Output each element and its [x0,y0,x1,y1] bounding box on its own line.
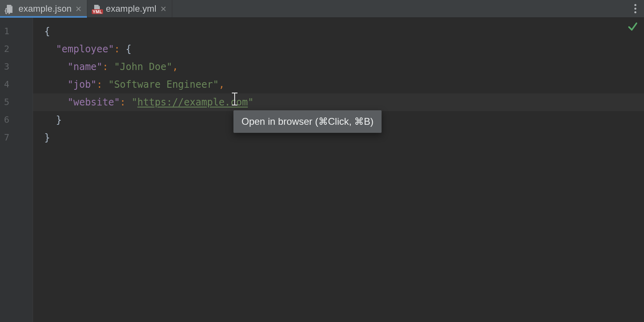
code-line: "employee": { [33,40,644,58]
more-menu-icon[interactable] [626,0,644,17]
tab-label: example.json [19,4,72,14]
json-file-icon: {} [5,4,14,14]
line-number: 6 [0,111,33,129]
tab-label: example.yml [106,4,157,14]
line-number: 4 [0,76,33,93]
code-line-active: "website": "https://example.com" [33,93,644,111]
tabbar-spacer [172,0,626,17]
close-icon[interactable] [76,6,81,12]
line-number: 5 [0,93,33,111]
code-area[interactable]: { "employee": { "name": "John Doe", "job… [33,18,644,322]
code-line: "job": "Software Engineer", [33,76,644,93]
code-editor[interactable]: 1 2 3 4 5 6 7 { "employee": { "name": "J… [0,18,644,322]
line-number: 2 [0,40,33,58]
hover-tooltip: Open in browser (⌘Click, ⌘B) [233,110,382,133]
tooltip-text: Open in browser (⌘Click, ⌘B) [242,116,374,127]
code-line: { [33,23,644,40]
inspections-ok-icon[interactable] [627,21,638,32]
yml-file-icon: YML [92,4,102,14]
line-number-gutter: 1 2 3 4 5 6 7 [0,18,33,322]
line-number: 1 [0,23,33,40]
close-icon[interactable] [161,6,166,12]
line-number: 3 [0,58,33,76]
url-link[interactable]: https://example.com [137,97,248,108]
editor-tabbar: {} example.json YML example.yml [0,0,644,18]
line-number: 7 [0,129,33,147]
tab-example-yml[interactable]: YML example.yml [87,0,172,17]
code-line: "name": "John Doe", [33,58,644,76]
tab-example-json[interactable]: {} example.json [0,0,87,17]
